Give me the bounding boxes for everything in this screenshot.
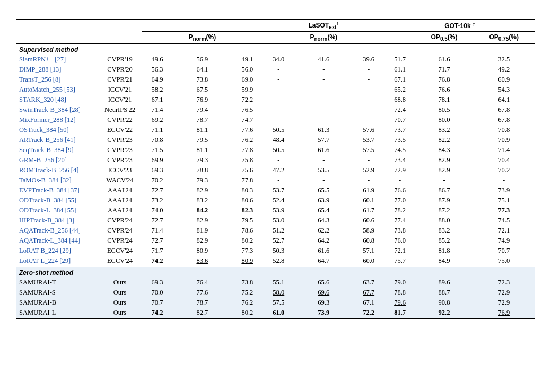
lasotext-auc-header xyxy=(263,32,294,43)
lasot-auc-header xyxy=(142,32,173,43)
trackers-header xyxy=(16,20,98,43)
table-row: SiamRPN++ [27]CVPR'1949.656.949.134.041.… xyxy=(16,55,535,65)
table-row: EVPTrack-B_384 [37]AAAI'2472.782.980.353… xyxy=(16,185,535,195)
table-row: GRM-B_256 [20]CVPR'2369.979.375.8---73.4… xyxy=(16,155,535,165)
table-row: ODTrack-B_384 [55]AAAI'2473.283.280.652.… xyxy=(16,195,535,206)
table-row: AQATrack-B_256 [44]CVPR'2471.481.978.651… xyxy=(16,226,535,236)
supervised-section-header: Supervised method xyxy=(16,43,535,55)
table-row: LoRAT-B_224 [29]ECCV'2471.780.977.350.36… xyxy=(16,246,535,256)
table-row: TransT_256 [8]CVPR'2164.973.869.0---67.1… xyxy=(16,75,535,85)
table-row: SwinTrack-B_384 [28]NeurIPS'2271.479.476… xyxy=(16,105,535,115)
table-row: MixFormer_288 [12]CVPR'2269.278.774.7---… xyxy=(16,115,535,125)
zero-shot-section-header: Zero-shot method xyxy=(16,267,535,278)
table-row: DiMP_288 [13]CVPR'2056.364.156.0---61.17… xyxy=(16,65,535,75)
got-op075-header: OP0.75(%) xyxy=(473,32,535,43)
lasot-group-header xyxy=(142,20,263,32)
source-header xyxy=(98,20,142,43)
table-row: HIPTrack-B_384 [3]CVPR'2472.782.979.553.… xyxy=(16,216,535,226)
table-row: SAMURAI-BOurs70.778.776.257.569.367.179.… xyxy=(16,298,535,308)
table-row: ODTrack-L_384 [55]AAAI'2474.084.282.353.… xyxy=(16,206,535,216)
table-row: SeqTrack-B_384 [9]CVPR'2371.581.177.850.… xyxy=(16,145,535,155)
table-row: AutoMatch_255 [53]ICCV'2158.267.559.9---… xyxy=(16,85,535,95)
table-row: SAMURAI-LOurs74.282.780.261.073.972.281.… xyxy=(16,308,535,318)
table-row: SAMURAI-TOurs69.376.473.855.165.663.779.… xyxy=(16,278,535,288)
table-row: ARTrack-B_256 [41]CVPR'2370.879.576.248.… xyxy=(16,135,535,145)
lasot-p-header xyxy=(232,32,263,43)
table-row: SAMURAI-SOurs70.077.675.258.069.667.778.… xyxy=(16,288,535,298)
table-row: LoRAT-L_224 [29]ECCV'2474.283.680.952.86… xyxy=(16,256,535,266)
column-group-header: LaSOText† GOT-10k ‡ xyxy=(16,20,535,32)
got-ao-header xyxy=(384,32,416,43)
table-row: AQATrack-L_384 [44]CVPR'2472.782.980.252… xyxy=(16,236,535,246)
lasotext-group-header: LaSOText† xyxy=(263,20,384,32)
table-row: OSTrack_384 [50]ECCV'2271.181.177.650.56… xyxy=(16,125,535,135)
table-row: ROMTrack-B_256 [4]ICCV'2369.378.875.647.… xyxy=(16,165,535,175)
lasot-pnorm-header: Pnorm(%) xyxy=(173,32,232,43)
lasotext-pnorm-header: Pnorm(%) xyxy=(294,32,353,43)
table-row: TaMOs-B_384 [32]WACV'2470.279.377.8-----… xyxy=(16,175,535,185)
got-op05-header: OP0.5(%) xyxy=(416,32,473,43)
table-row: STARK_320 [48]ICCV'2167.176.972.2---68.8… xyxy=(16,95,535,105)
got10k-group-header: GOT-10k ‡ xyxy=(384,20,535,32)
results-table: LaSOText† GOT-10k ‡ Pnorm(%) Pnorm(%) OP… xyxy=(16,19,535,319)
lasotext-p-header xyxy=(353,32,384,43)
